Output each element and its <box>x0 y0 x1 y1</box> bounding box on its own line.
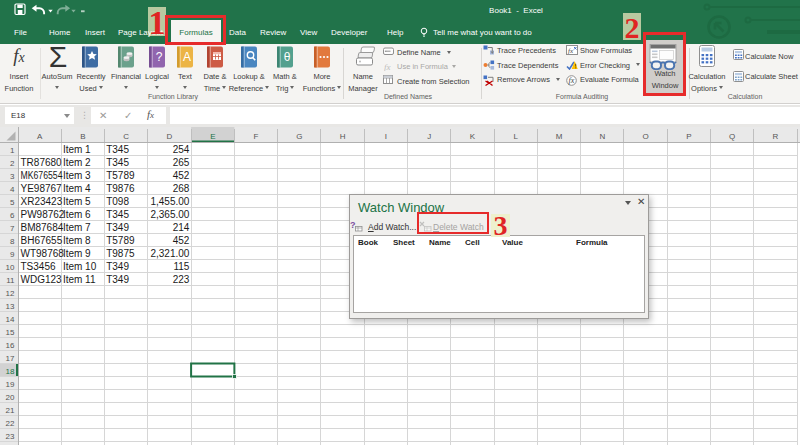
svg-text:10: 10 <box>6 263 15 272</box>
svg-text:21: 21 <box>6 406 15 415</box>
svg-text:14: 14 <box>6 315 15 324</box>
svg-text:T345: T345 <box>106 157 129 168</box>
svg-text:23: 23 <box>6 432 15 441</box>
svg-text:223: 223 <box>173 274 190 285</box>
svg-text:254: 254 <box>173 144 190 155</box>
svg-text:F: F <box>254 132 259 141</box>
svg-text:6: 6 <box>10 211 15 220</box>
svg-text:C: C <box>123 132 129 141</box>
svg-text:J: J <box>427 132 431 141</box>
svg-text:4: 4 <box>10 185 15 194</box>
svg-text:268: 268 <box>173 183 190 194</box>
svg-text:YE98767: YE98767 <box>21 183 63 194</box>
svg-text:A: A <box>183 50 191 64</box>
svg-text:Item 9: Item 9 <box>63 248 91 259</box>
svg-text:T098: T098 <box>106 196 129 207</box>
svg-text:Item 3: Item 3 <box>63 170 91 181</box>
svg-text:Item 8: Item 8 <box>63 235 91 246</box>
svg-text:BH67655: BH67655 <box>21 235 63 246</box>
svg-text:fx: fx <box>384 61 391 71</box>
svg-text:5: 5 <box>10 198 15 207</box>
svg-text:K: K <box>470 132 476 141</box>
svg-text:13: 13 <box>6 302 15 311</box>
svg-text:XR23423: XR23423 <box>21 196 63 207</box>
svg-text:Item 7: Item 7 <box>63 222 91 233</box>
svg-text:15: 15 <box>6 328 15 337</box>
svg-text:Item 4: Item 4 <box>63 183 91 194</box>
svg-text:T5789: T5789 <box>106 170 135 181</box>
svg-text:BM87684: BM87684 <box>21 222 64 233</box>
svg-text:Item 5: Item 5 <box>63 196 91 207</box>
svg-text:WDG123: WDG123 <box>21 274 63 285</box>
svg-text:Q: Q <box>729 132 735 141</box>
svg-text:20: 20 <box>6 393 15 402</box>
svg-text:Item 1: Item 1 <box>63 144 91 155</box>
svg-text:E: E <box>210 132 215 141</box>
svg-text:452: 452 <box>173 235 190 246</box>
svg-text:N: N <box>599 132 605 141</box>
svg-text:O: O <box>642 132 648 141</box>
svg-text:115: 115 <box>173 261 189 272</box>
svg-text:2,365.00: 2,365.00 <box>150 209 189 220</box>
svg-text:PW98762: PW98762 <box>21 209 65 220</box>
svg-text:9: 9 <box>10 250 15 259</box>
svg-text:452: 452 <box>173 170 190 181</box>
svg-text:θ: θ <box>284 50 291 64</box>
svg-text:T349: T349 <box>106 222 129 233</box>
svg-text:?: ? <box>350 220 356 230</box>
svg-text:16: 16 <box>6 341 15 350</box>
svg-text:T5789: T5789 <box>106 235 135 246</box>
svg-text:H: H <box>340 132 346 141</box>
svg-text:18: 18 <box>6 367 15 376</box>
svg-text:WT98768: WT98768 <box>21 248 65 259</box>
svg-text:19: 19 <box>6 380 15 389</box>
svg-text:11: 11 <box>6 276 15 285</box>
svg-text:T9875: T9875 <box>106 248 135 259</box>
svg-text:22: 22 <box>6 419 15 428</box>
svg-text:T345: T345 <box>106 144 129 155</box>
svg-text:TR87680: TR87680 <box>21 157 63 168</box>
svg-text:P: P <box>686 132 691 141</box>
svg-text:T349: T349 <box>106 261 129 272</box>
svg-text:2: 2 <box>10 159 15 168</box>
svg-text:265: 265 <box>173 157 190 168</box>
svg-text:B: B <box>80 132 85 141</box>
svg-text:L: L <box>513 132 518 141</box>
svg-text:3: 3 <box>10 172 15 181</box>
svg-text:17: 17 <box>6 354 15 363</box>
svg-text:R: R <box>773 132 779 141</box>
svg-text:Item 2: Item 2 <box>63 157 91 168</box>
svg-text:1,455.00: 1,455.00 <box>150 196 189 207</box>
svg-text:?: ? <box>156 50 163 64</box>
svg-text:A: A <box>37 132 43 141</box>
svg-text:I: I <box>385 132 387 141</box>
svg-text:T349: T349 <box>106 274 129 285</box>
svg-text:1: 1 <box>10 146 15 155</box>
svg-text:Item 6: Item 6 <box>63 209 91 220</box>
svg-text:12: 12 <box>6 289 15 298</box>
svg-text:M: M <box>556 132 563 141</box>
svg-text:Item 11: Item 11 <box>63 274 96 285</box>
svg-text:TS3456: TS3456 <box>21 261 56 272</box>
svg-text:fx: fx <box>569 76 575 85</box>
svg-text:214: 214 <box>173 222 190 233</box>
svg-text:T9876: T9876 <box>106 183 135 194</box>
svg-text:MK676554: MK676554 <box>21 170 63 181</box>
svg-text:fx: fx <box>568 47 574 55</box>
svg-text:G: G <box>296 132 302 141</box>
svg-text:D: D <box>167 132 173 141</box>
svg-text:8: 8 <box>10 237 15 246</box>
svg-text:T345: T345 <box>106 209 129 220</box>
svg-text:Item 10: Item 10 <box>63 261 97 272</box>
svg-text:7: 7 <box>10 224 15 233</box>
svg-text:2,321.00: 2,321.00 <box>150 248 189 259</box>
